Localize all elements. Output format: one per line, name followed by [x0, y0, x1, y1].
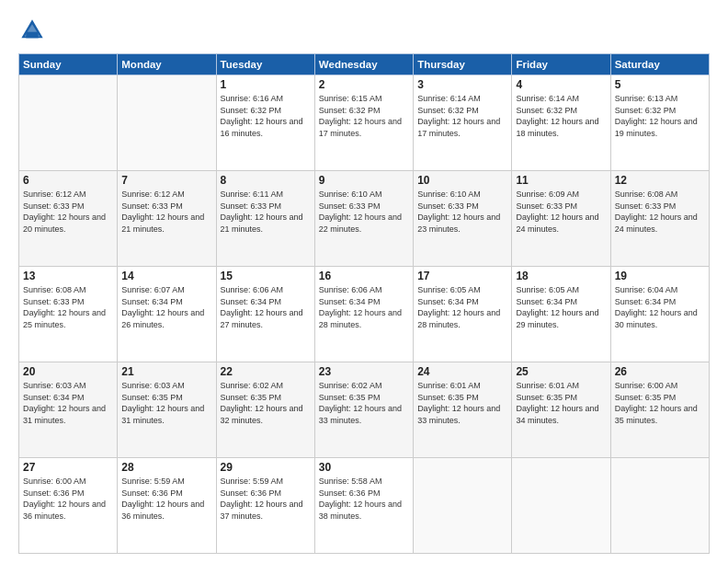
day-info: Sunrise: 6:08 AM Sunset: 6:33 PM Dayligh…	[23, 284, 113, 330]
calendar-header-thursday: Thursday	[414, 54, 512, 75]
day-info: Sunrise: 6:06 AM Sunset: 6:34 PM Dayligh…	[221, 284, 311, 330]
day-number: 8	[221, 174, 311, 187]
calendar-week-row: 1Sunrise: 6:16 AM Sunset: 6:32 PM Daylig…	[19, 75, 710, 171]
calendar-day-cell: 6Sunrise: 6:12 AM Sunset: 6:33 PM Daylig…	[19, 171, 118, 267]
day-number: 15	[221, 270, 311, 282]
day-number: 27	[23, 461, 113, 474]
calendar-day-cell: 5Sunrise: 6:13 AM Sunset: 6:32 PM Daylig…	[610, 75, 709, 171]
calendar-header-row: SundayMondayTuesdayWednesdayThursdayFrid…	[19, 54, 710, 75]
day-info: Sunrise: 5:58 AM Sunset: 6:36 PM Dayligh…	[319, 476, 409, 522]
calendar-day-cell	[19, 75, 118, 171]
day-number: 5	[615, 78, 705, 91]
logo-icon	[18, 17, 46, 44]
calendar-day-cell: 25Sunrise: 6:01 AM Sunset: 6:35 PM Dayli…	[512, 362, 610, 458]
svg-rect-2	[26, 32, 38, 39]
calendar-day-cell: 14Sunrise: 6:07 AM Sunset: 6:34 PM Dayli…	[118, 267, 216, 362]
day-info: Sunrise: 6:14 AM Sunset: 6:32 PM Dayligh…	[417, 93, 507, 139]
calendar-header-monday: Monday	[118, 54, 216, 75]
day-number: 10	[417, 174, 507, 187]
calendar-day-cell: 26Sunrise: 6:00 AM Sunset: 6:35 PM Dayli…	[610, 362, 709, 458]
calendar-day-cell: 29Sunrise: 5:59 AM Sunset: 6:36 PM Dayli…	[216, 458, 314, 554]
day-info: Sunrise: 6:07 AM Sunset: 6:34 PM Dayligh…	[121, 284, 211, 330]
day-number: 28	[121, 461, 211, 474]
day-number: 24	[417, 365, 507, 378]
calendar-day-cell: 30Sunrise: 5:58 AM Sunset: 6:36 PM Dayli…	[314, 458, 413, 554]
day-number: 6	[23, 174, 113, 187]
calendar-day-cell: 19Sunrise: 6:04 AM Sunset: 6:34 PM Dayli…	[610, 267, 709, 362]
day-number: 11	[516, 174, 606, 187]
calendar-header-sunday: Sunday	[19, 54, 118, 75]
day-info: Sunrise: 6:12 AM Sunset: 6:33 PM Dayligh…	[23, 189, 113, 235]
calendar-day-cell: 9Sunrise: 6:10 AM Sunset: 6:33 PM Daylig…	[314, 171, 413, 267]
day-info: Sunrise: 6:02 AM Sunset: 6:35 PM Dayligh…	[319, 380, 409, 426]
calendar-day-cell	[512, 458, 610, 554]
day-number: 22	[221, 365, 311, 378]
calendar-header-saturday: Saturday	[610, 54, 709, 75]
day-number: 20	[23, 365, 113, 378]
day-info: Sunrise: 6:04 AM Sunset: 6:34 PM Dayligh…	[615, 284, 705, 330]
day-info: Sunrise: 5:59 AM Sunset: 6:36 PM Dayligh…	[121, 476, 211, 522]
calendar-day-cell	[118, 75, 216, 171]
day-info: Sunrise: 6:00 AM Sunset: 6:35 PM Dayligh…	[615, 380, 705, 426]
day-number: 29	[221, 461, 311, 474]
calendar-day-cell: 27Sunrise: 6:00 AM Sunset: 6:36 PM Dayli…	[19, 458, 118, 554]
day-info: Sunrise: 5:59 AM Sunset: 6:36 PM Dayligh…	[221, 476, 311, 522]
day-number: 9	[319, 174, 409, 187]
day-number: 30	[319, 461, 409, 474]
calendar-day-cell: 23Sunrise: 6:02 AM Sunset: 6:35 PM Dayli…	[314, 362, 413, 458]
day-number: 12	[615, 174, 705, 187]
day-number: 14	[121, 270, 211, 282]
day-number: 25	[516, 365, 606, 378]
calendar-week-row: 20Sunrise: 6:03 AM Sunset: 6:34 PM Dayli…	[19, 362, 710, 458]
header	[18, 17, 710, 44]
calendar-header-tuesday: Tuesday	[216, 54, 314, 75]
day-number: 3	[417, 78, 507, 91]
calendar-day-cell: 2Sunrise: 6:15 AM Sunset: 6:32 PM Daylig…	[314, 75, 413, 171]
day-info: Sunrise: 6:16 AM Sunset: 6:32 PM Dayligh…	[221, 93, 311, 139]
day-number: 17	[417, 270, 507, 282]
day-number: 13	[23, 270, 113, 282]
calendar-day-cell	[610, 458, 709, 554]
day-info: Sunrise: 6:09 AM Sunset: 6:33 PM Dayligh…	[516, 189, 606, 235]
day-info: Sunrise: 6:12 AM Sunset: 6:33 PM Dayligh…	[121, 189, 211, 235]
calendar-day-cell: 20Sunrise: 6:03 AM Sunset: 6:34 PM Dayli…	[19, 362, 118, 458]
day-info: Sunrise: 6:15 AM Sunset: 6:32 PM Dayligh…	[319, 93, 409, 139]
day-info: Sunrise: 6:11 AM Sunset: 6:33 PM Dayligh…	[221, 189, 311, 235]
day-number: 7	[121, 174, 211, 187]
calendar-day-cell: 21Sunrise: 6:03 AM Sunset: 6:35 PM Dayli…	[118, 362, 216, 458]
day-info: Sunrise: 6:10 AM Sunset: 6:33 PM Dayligh…	[319, 189, 409, 235]
calendar-week-row: 6Sunrise: 6:12 AM Sunset: 6:33 PM Daylig…	[19, 171, 710, 267]
day-info: Sunrise: 6:05 AM Sunset: 6:34 PM Dayligh…	[417, 284, 507, 330]
day-number: 23	[319, 365, 409, 378]
calendar-day-cell: 24Sunrise: 6:01 AM Sunset: 6:35 PM Dayli…	[414, 362, 512, 458]
day-info: Sunrise: 6:00 AM Sunset: 6:36 PM Dayligh…	[23, 476, 113, 522]
day-number: 2	[319, 78, 409, 91]
day-info: Sunrise: 6:10 AM Sunset: 6:33 PM Dayligh…	[417, 189, 507, 235]
day-number: 4	[516, 78, 606, 91]
calendar-day-cell: 3Sunrise: 6:14 AM Sunset: 6:32 PM Daylig…	[414, 75, 512, 171]
logo	[18, 17, 50, 44]
calendar-day-cell: 7Sunrise: 6:12 AM Sunset: 6:33 PM Daylig…	[118, 171, 216, 267]
calendar-day-cell: 16Sunrise: 6:06 AM Sunset: 6:34 PM Dayli…	[314, 267, 413, 362]
day-number: 19	[615, 270, 705, 282]
calendar-day-cell: 13Sunrise: 6:08 AM Sunset: 6:33 PM Dayli…	[19, 267, 118, 362]
calendar-day-cell: 28Sunrise: 5:59 AM Sunset: 6:36 PM Dayli…	[118, 458, 216, 554]
calendar-table: SundayMondayTuesdayWednesdayThursdayFrid…	[18, 53, 710, 554]
calendar-header-wednesday: Wednesday	[314, 54, 413, 75]
calendar-day-cell: 12Sunrise: 6:08 AM Sunset: 6:33 PM Dayli…	[610, 171, 709, 267]
day-info: Sunrise: 6:03 AM Sunset: 6:34 PM Dayligh…	[23, 380, 113, 426]
page: SundayMondayTuesdayWednesdayThursdayFrid…	[0, 0, 728, 563]
day-number: 21	[121, 365, 211, 378]
day-info: Sunrise: 6:08 AM Sunset: 6:33 PM Dayligh…	[615, 189, 705, 235]
calendar-day-cell: 22Sunrise: 6:02 AM Sunset: 6:35 PM Dayli…	[216, 362, 314, 458]
calendar-day-cell: 4Sunrise: 6:14 AM Sunset: 6:32 PM Daylig…	[512, 75, 610, 171]
calendar-day-cell	[414, 458, 512, 554]
day-number: 26	[615, 365, 705, 378]
day-info: Sunrise: 6:02 AM Sunset: 6:35 PM Dayligh…	[221, 380, 311, 426]
calendar-day-cell: 15Sunrise: 6:06 AM Sunset: 6:34 PM Dayli…	[216, 267, 314, 362]
calendar-day-cell: 10Sunrise: 6:10 AM Sunset: 6:33 PM Dayli…	[414, 171, 512, 267]
day-number: 18	[516, 270, 606, 282]
calendar-week-row: 13Sunrise: 6:08 AM Sunset: 6:33 PM Dayli…	[19, 267, 710, 362]
calendar-day-cell: 11Sunrise: 6:09 AM Sunset: 6:33 PM Dayli…	[512, 171, 610, 267]
day-number: 1	[221, 78, 311, 91]
